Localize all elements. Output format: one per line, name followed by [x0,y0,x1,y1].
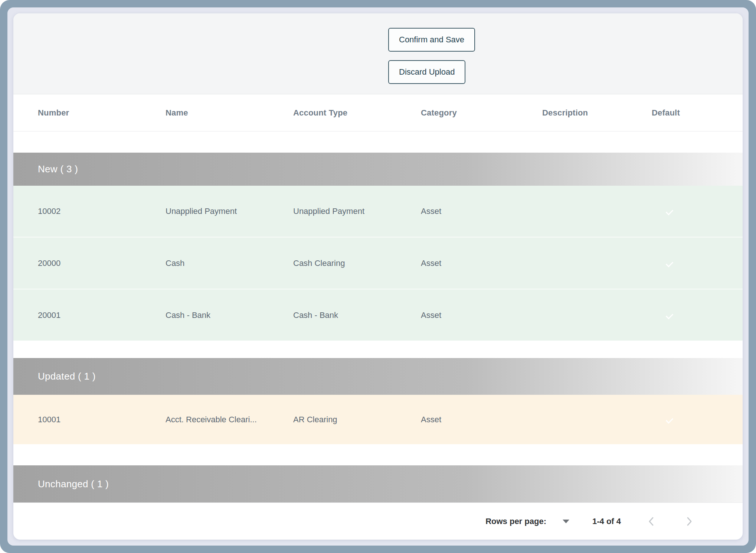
cell-category: Asset [421,206,542,216]
column-header-name: Name [166,108,293,118]
cell-category: Asset [421,258,542,268]
table-row: 10002 Unapplied Payment Unapplied Paymen… [13,186,743,237]
section-gap [13,341,743,358]
upload-review-card: Confirm and Save Discard Upload Number N… [13,13,743,540]
window-frame: Confirm and Save Discard Upload Number N… [0,0,756,553]
cell-name: Cash [166,258,293,268]
chevron-left-icon [647,516,656,527]
table-row: 20000 Cash Cash Clearing Asset [13,238,743,289]
header-gap [13,131,743,153]
confirm-and-save-button[interactable]: Confirm and Save [388,28,475,52]
cell-name: Cash - Bank [166,310,293,320]
top-actions-bar: Confirm and Save Discard Upload [13,13,743,94]
cell-account-type: AR Clearing [293,415,421,424]
previous-page-button[interactable] [644,514,659,529]
table-footer: Rows per page: 1-4 of 4 [13,502,743,540]
cell-account-type: Cash - Bank [293,310,421,320]
page-range-text: 1-4 of 4 [592,517,621,526]
column-header-account-type: Account Type [293,108,421,118]
column-header-category: Category [421,108,542,118]
next-page-button[interactable] [682,514,697,529]
cell-number: 20000 [38,258,166,268]
column-header-number: Number [38,108,166,118]
cell-number: 20001 [38,310,166,320]
cell-name: Acct. Receivable Cleari... [166,415,293,424]
table-header-row: Number Name Account Type Category Descri… [13,94,743,131]
cell-name: Unapplied Payment [166,206,293,216]
section-gap [13,444,743,465]
chevron-right-icon [684,516,694,527]
cell-number: 10001 [38,415,166,424]
rows-per-page-select[interactable] [560,517,572,526]
cell-account-type: Cash Clearing [293,258,421,268]
column-header-default: Default [652,108,743,118]
dropdown-arrow-icon [563,520,569,523]
frame-inner: Confirm and Save Discard Upload Number N… [7,7,749,546]
section-header-new: New ( 3 ) [13,153,743,186]
column-header-description: Description [542,108,652,118]
table-row: 20001 Cash - Bank Cash - Bank Asset [13,290,743,341]
section-header-updated: Updated ( 1 ) [13,358,743,395]
discard-upload-button[interactable]: Discard Upload [388,60,465,84]
cell-account-type: Unapplied Payment [293,206,421,216]
table-row: 10001 Acct. Receivable Cleari... AR Clea… [13,395,743,444]
rows-per-page-label: Rows per page: [485,517,546,526]
cell-category: Asset [421,310,542,320]
section-header-unchanged: Unchanged ( 1 ) [13,465,743,502]
cell-category: Asset [421,415,542,424]
cell-number: 10002 [38,206,166,216]
